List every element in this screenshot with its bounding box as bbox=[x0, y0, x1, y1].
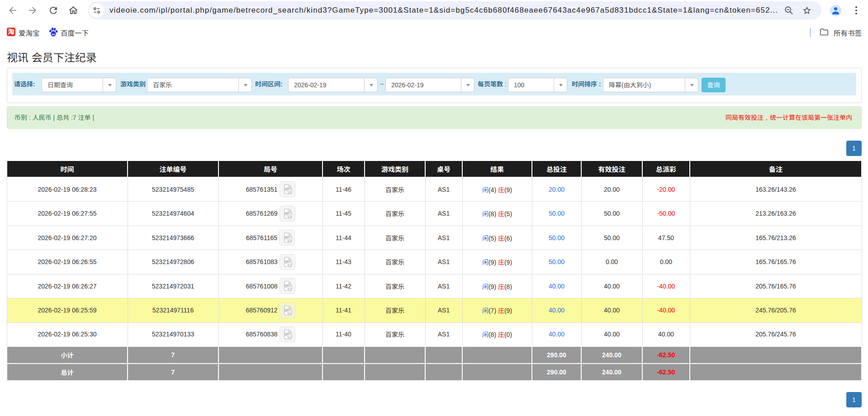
svg-text:du: du bbox=[52, 33, 55, 36]
